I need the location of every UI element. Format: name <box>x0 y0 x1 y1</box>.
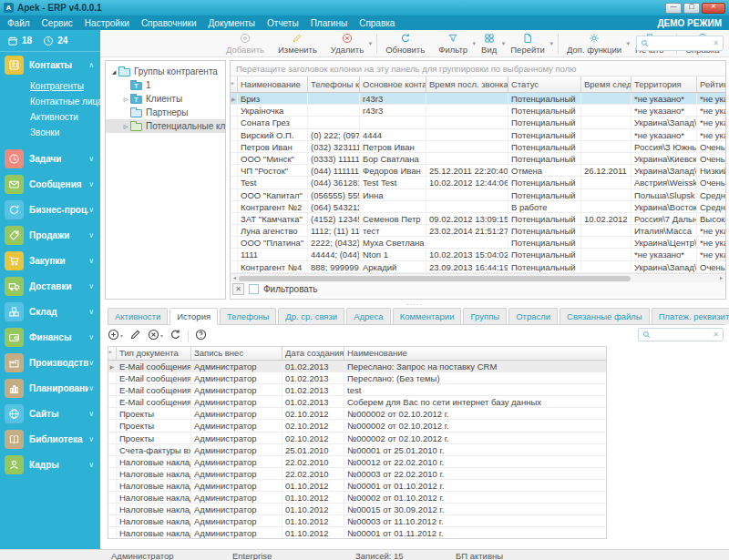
column-header-*[interactable]: * <box>231 76 238 92</box>
column-header-Наименование[interactable]: Наименование <box>238 76 308 92</box>
horizontal-scrollbar[interactable] <box>231 273 725 282</box>
contractor-row[interactable]: 111144444; (044) 666Nton 110.02.2013 15:… <box>231 249 725 260</box>
toolbar-view-button[interactable]: Вид▾ <box>477 31 506 56</box>
toolbar-add-button[interactable]: Добавить <box>221 31 273 56</box>
column-header-Основное контактное ли[interactable]: Основное контактное ли <box>360 76 426 92</box>
sidebar-item-contacts[interactable]: Контакты∧ <box>0 52 100 77</box>
scroll-left-icon[interactable] <box>231 274 239 282</box>
group-by-panel[interactable]: Перетащите заголовок колонки на эту пане… <box>231 61 725 76</box>
sidebar-subitem-Звонки[interactable]: Звонки <box>30 125 100 140</box>
sidebar-item-deliveries[interactable]: Доставки∨ <box>0 273 100 299</box>
history-row[interactable]: E-Mail сообщенияАдминистратор01.02.2013С… <box>108 396 606 408</box>
sidebar-subitem-Активности[interactable]: Активности <box>30 109 100 125</box>
column-header-Наименование[interactable]: Наименование <box>344 347 606 360</box>
search-input[interactable] <box>652 39 710 48</box>
toolbar-refresh-button[interactable] <box>169 329 181 342</box>
sidebar-item-sites[interactable]: Сайты∨ <box>0 401 100 426</box>
sidebar-item-warehouse[interactable]: Склад∨ <box>0 299 100 324</box>
history-row[interactable]: Налоговые накладные исх.Администратор01.… <box>108 492 606 504</box>
toolbar-functions-button[interactable]: Доп. функции▾ <box>562 31 631 56</box>
contractor-row[interactable]: ▸Бризr43r3Потенциальный*не указано**не у… <box>231 93 725 105</box>
tab-Др. ср. связи[interactable]: Др. ср. связи <box>278 308 344 324</box>
tree-node-Партнеры[interactable]: Партнеры <box>106 106 225 119</box>
menu-item-Сервис[interactable]: Сервис <box>42 18 73 28</box>
history-row[interactable]: E-Mail сообщенияАдминистратор01.02.2013П… <box>108 372 606 384</box>
expand-open-icon[interactable]: ◢ <box>109 68 118 75</box>
sidebar-item-sales[interactable]: Продажи∨ <box>0 222 100 248</box>
contractor-row[interactable]: Вирский О.П.(0) 222; (097) 624444Потенци… <box>231 129 725 141</box>
history-row[interactable]: Налоговые накладные исх.Администратор22.… <box>108 456 606 468</box>
contractor-row[interactable]: ЧП "Росток"(044) 1111111Федоров Иван25.1… <box>231 165 725 177</box>
column-header-Телефоны к[interactable]: Телефоны к▲ <box>308 76 360 92</box>
column-header-Запись внес[interactable]: Запись внес <box>191 347 282 360</box>
tree-node-Потенциальные клиенты[interactable]: ▷Потенциальные клиенты <box>106 119 225 133</box>
column-header-Время след. звонк[interactable]: Время след. звонк <box>581 76 631 92</box>
menu-item-Отчеты[interactable]: Отчеты <box>267 18 299 28</box>
column-header-Дата создания[interactable]: Дата создания <box>282 347 344 360</box>
toolbar-edit-button[interactable]: Изменить <box>273 31 326 56</box>
history-row[interactable]: Налоговые накладные исх.Администратор01.… <box>108 504 606 515</box>
sidebar-item-finances[interactable]: Финансы∨ <box>0 324 100 350</box>
expand-closed-icon[interactable]: ▷ <box>121 96 130 102</box>
contractor-row[interactable]: Контрагент №2(064) 5432111; 4В работеУкр… <box>231 201 725 213</box>
history-row[interactable]: ПроектыАдминистратор02.10.2012№000002 от… <box>108 408 606 420</box>
history-row[interactable]: Налоговые накладные вх.Администратор22.0… <box>108 468 606 480</box>
tab-Связанные файлы[interactable]: Связанные файлы <box>560 308 650 324</box>
tab-Комментарии[interactable]: Комментарии <box>393 308 462 324</box>
history-row[interactable]: ПроектыАдминистратор02.10.2012№000002 от… <box>108 420 606 432</box>
toolbar-filter-button[interactable]: Фильтр▾ <box>434 31 477 56</box>
contractor-row[interactable]: ООО "Капитал"(056555) 555ИннаПотенциальн… <box>231 189 725 201</box>
toolbar-go-button[interactable]: Перейти▾ <box>506 31 554 56</box>
minimize-button[interactable] <box>665 3 682 14</box>
toolbar-add-button[interactable]: ▾ <box>108 329 123 342</box>
contractor-row[interactable]: Соната ГрезПотенциальныйУкраина\Запад\Ль… <box>231 117 725 128</box>
close-filter-button[interactable] <box>232 283 244 295</box>
toolbar-delete-button[interactable]: Удалить▾ <box>326 31 373 56</box>
sidebar-item-business-processes[interactable]: Бизнес-проц...∨ <box>0 197 100 222</box>
history-row[interactable]: E-Mail сообщенияАдминистратор01.02.2013t… <box>108 384 606 396</box>
detail-search-input[interactable] <box>653 331 710 340</box>
tab-Адреса[interactable]: Адреса <box>346 308 390 324</box>
tab-Группы[interactable]: Группы <box>463 308 507 324</box>
clear-search-icon[interactable] <box>713 39 719 47</box>
column-header-*[interactable]: * <box>108 347 117 360</box>
sidebar-item-production[interactable]: Производство∨ <box>0 350 100 375</box>
tab-История[interactable]: История <box>169 308 218 325</box>
scrollbar-thumb[interactable] <box>239 276 631 281</box>
contractor-row[interactable]: Test(044) 3612816; (Test Test10.02.2012 … <box>231 177 725 188</box>
column-header-Тип документа[interactable]: Тип документа <box>117 347 191 360</box>
contractor-row[interactable]: ЗАТ "Камчатка"(4152) 123456Семенов Петр0… <box>231 213 725 225</box>
menu-item-Плагины[interactable]: Плагины <box>311 18 348 28</box>
toolbar-refresh-button[interactable]: Обновить <box>381 31 434 56</box>
scroll-right-icon[interactable] <box>717 274 725 282</box>
history-row[interactable]: Налоговые накладные исх.Администратор01.… <box>108 515 606 527</box>
tab-Активности[interactable]: Активности <box>108 308 168 324</box>
contractor-row[interactable]: Петров Иван(032) 3231111; (Петров ИванПо… <box>231 141 725 153</box>
menu-item-Справочники[interactable]: Справочники <box>141 18 197 28</box>
sidebar-subitem-Контактные лица[interactable]: Контактные лица <box>30 94 100 109</box>
sidebar-item-messages[interactable]: Сообщения∨ <box>0 171 100 197</box>
tab-Телефоны[interactable]: Телефоны <box>220 308 276 324</box>
toolbar-edit-button[interactable] <box>129 329 141 342</box>
sidebar-item-library[interactable]: Библиотека∨ <box>0 426 100 452</box>
contractor-row[interactable]: ООО "Минск"(0333) 11111111Бор СватланаПо… <box>231 153 725 165</box>
tree-node-Группы контрагента[interactable]: ◢Группы контрагента <box>106 65 225 78</box>
tree-node-1[interactable]: T1 <box>106 78 225 92</box>
sidebar-subitem-Контрагенты[interactable]: Контрагенты <box>30 78 100 94</box>
sidebar-item-planning[interactable]: Планирование∨ <box>0 375 100 401</box>
column-header-Территория[interactable]: Территория <box>631 76 697 92</box>
contractor-row[interactable]: Контрагент №4888; 999999; 88Аркадий23.09… <box>231 261 725 273</box>
toolbar-delete-button[interactable]: ▾ <box>148 329 163 342</box>
contractor-row[interactable]: Украіночкаr43r3Потенциальный*не указано*… <box>231 105 725 117</box>
close-button[interactable] <box>702 3 725 14</box>
history-row[interactable]: ▸E-Mail сообщенияАдминистратор01.02.2013… <box>108 361 606 372</box>
menu-item-Справка[interactable]: Справка <box>359 18 395 28</box>
column-header-Статус[interactable]: Статус <box>508 76 581 92</box>
tree-node-Клиенты[interactable]: ▷TКлиенты <box>106 92 225 106</box>
contractor-row[interactable]: Луна агенство1112; (11) 11; (1тест23.02.… <box>231 225 725 237</box>
toolbar-help-button[interactable] <box>195 329 207 342</box>
tab-Платеж. реквизиты[interactable]: Платеж. реквизиты <box>652 308 729 324</box>
history-row[interactable]: Налоговые накладные исх.Администратор01.… <box>108 527 606 539</box>
menu-item-Настройки[interactable]: Настройки <box>85 18 129 28</box>
history-row[interactable]: Счета-фактуры вх.Администратор25.01.2010… <box>108 444 606 456</box>
